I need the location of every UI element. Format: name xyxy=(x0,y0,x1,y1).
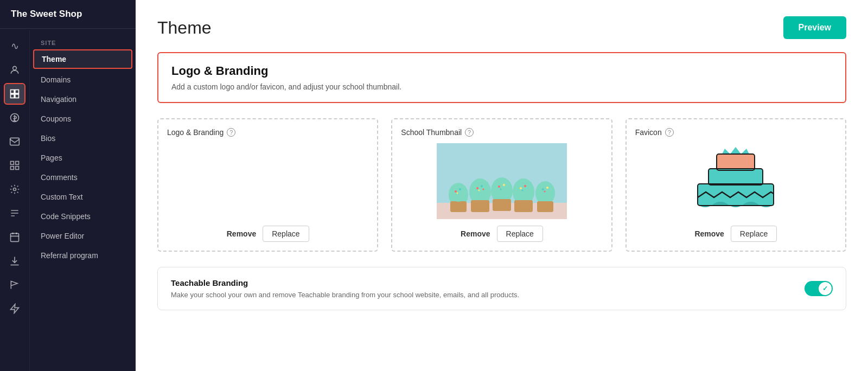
sidebar-item-domains[interactable]: Domains xyxy=(30,70,136,89)
svg-point-36 xyxy=(513,182,534,200)
svg-point-43 xyxy=(542,188,544,190)
thumbnail-upload-area: School Thumbnail ? xyxy=(391,118,612,252)
branding-info: Teachable Branding Make your school your… xyxy=(171,278,519,299)
theme-icon[interactable] xyxy=(4,83,25,105)
branding-toggle[interactable]: ✓ xyxy=(805,281,833,296)
logo-replace-button[interactable]: Replace xyxy=(263,226,309,242)
svg-rect-29 xyxy=(493,199,511,211)
site-section-label: SITE xyxy=(30,33,136,48)
svg-point-33 xyxy=(500,189,501,190)
cake-svg xyxy=(681,146,790,216)
favicon-remove-button[interactable]: Remove xyxy=(694,229,724,238)
thumbnail-replace-button[interactable]: Replace xyxy=(497,226,543,242)
page-title: Theme xyxy=(157,18,212,38)
favicon-label: Favicon ? xyxy=(635,128,674,137)
calendar-icon[interactable] xyxy=(4,226,25,248)
thumbnail-actions: Remove Replace xyxy=(461,226,543,242)
svg-rect-46 xyxy=(717,154,755,170)
lightning-icon[interactable] xyxy=(4,298,25,319)
logo-remove-button[interactable]: Remove xyxy=(227,229,256,238)
svg-rect-1 xyxy=(11,90,15,94)
svg-point-19 xyxy=(459,188,461,190)
svg-rect-12 xyxy=(11,233,19,241)
svg-point-45 xyxy=(544,191,545,193)
sidebar-item-referral[interactable]: Referral program xyxy=(30,246,136,265)
page-header: Theme Preview xyxy=(157,16,846,39)
svg-point-26 xyxy=(478,190,480,191)
svg-point-37 xyxy=(520,187,522,189)
sidebar-item-coupons[interactable]: Coupons xyxy=(30,109,136,129)
favicon-help-icon[interactable]: ? xyxy=(665,128,674,137)
logo-actions: Remove Replace xyxy=(227,226,309,242)
users-icon[interactable] xyxy=(4,59,25,81)
content-icon[interactable] xyxy=(4,202,25,224)
svg-rect-4 xyxy=(15,94,19,98)
favicon-image xyxy=(635,143,837,219)
sidebar-item-bios[interactable]: Bios xyxy=(30,129,136,148)
svg-point-23 xyxy=(470,182,490,200)
favicon-actions: Remove Replace xyxy=(694,226,777,242)
settings-icon[interactable] xyxy=(4,178,25,200)
cupcake-image xyxy=(437,143,567,219)
sidebar-item-navigation[interactable]: Navigation xyxy=(30,89,136,109)
svg-point-20 xyxy=(456,193,458,194)
thumbnail-remove-button[interactable]: Remove xyxy=(461,229,490,238)
svg-rect-16 xyxy=(450,201,467,212)
logo-branding-title: Logo & Branding xyxy=(171,64,832,78)
sidebar-item-code-snippets[interactable]: Code Snippets xyxy=(30,207,136,226)
svg-point-27 xyxy=(482,189,484,190)
teachable-branding-card: Teachable Branding Make your school your… xyxy=(157,267,846,310)
svg-rect-7 xyxy=(11,162,14,165)
thumbnail-image xyxy=(401,143,602,219)
app-title: The Sweet Shop xyxy=(0,0,136,29)
preview-button[interactable]: Preview xyxy=(783,16,846,39)
logo-label: Logo & Branding ? xyxy=(167,128,235,137)
logo-upload-area: Logo & Branding ? Remove Replace xyxy=(157,118,378,252)
sidebar-item-comments[interactable]: Comments xyxy=(30,168,136,187)
svg-point-11 xyxy=(14,188,16,191)
svg-point-18 xyxy=(455,190,457,193)
toggle-knob: ✓ xyxy=(819,282,832,295)
svg-point-0 xyxy=(13,66,17,70)
svg-point-25 xyxy=(481,185,483,187)
svg-point-30 xyxy=(492,181,512,199)
toggle-check-icon: ✓ xyxy=(822,285,828,292)
logo-branding-desc: Add a custom logo and/or favicon, and ad… xyxy=(171,82,832,91)
branding-title: Teachable Branding xyxy=(171,278,519,287)
favicon-replace-button[interactable]: Replace xyxy=(731,226,777,242)
sidebar-item-theme[interactable]: Theme xyxy=(33,49,132,69)
svg-rect-47 xyxy=(709,169,763,185)
thumbnail-help-icon[interactable]: ? xyxy=(465,128,474,137)
logo-help-icon[interactable]: ? xyxy=(227,128,235,137)
favicon-upload-area: Favicon ? xyxy=(626,118,846,252)
svg-point-38 xyxy=(524,185,526,187)
svg-rect-8 xyxy=(16,162,19,165)
svg-point-31 xyxy=(498,186,500,188)
main-content: Theme Preview Logo & Branding Add a cust… xyxy=(136,0,868,371)
svg-point-39 xyxy=(521,190,523,191)
logo-branding-card: Logo & Branding Add a custom logo and/or… xyxy=(157,52,846,103)
analytics-icon[interactable]: ∿ xyxy=(4,35,25,57)
svg-rect-22 xyxy=(471,200,489,212)
apps-icon[interactable] xyxy=(4,155,25,176)
svg-rect-41 xyxy=(537,201,553,212)
svg-point-24 xyxy=(476,187,478,189)
sidebar-item-power-editor[interactable]: Power Editor xyxy=(30,226,136,246)
svg-rect-2 xyxy=(15,90,19,94)
upload-areas-row: Logo & Branding ? Remove Replace School … xyxy=(157,118,846,252)
svg-rect-3 xyxy=(11,94,15,98)
flag-icon[interactable] xyxy=(4,274,25,296)
sidebar-item-custom-text[interactable]: Custom Text xyxy=(30,187,136,207)
sidebar-item-pages[interactable]: Pages xyxy=(30,148,136,168)
svg-point-44 xyxy=(546,187,548,189)
branding-desc: Make your school your own and remove Tea… xyxy=(171,291,519,299)
svg-point-32 xyxy=(503,184,505,186)
svg-rect-9 xyxy=(11,167,14,170)
download-icon[interactable] xyxy=(4,250,25,272)
mail-icon[interactable] xyxy=(4,131,25,152)
svg-rect-35 xyxy=(514,200,533,212)
dollar-icon[interactable] xyxy=(4,107,25,129)
svg-rect-10 xyxy=(16,167,19,170)
svg-point-17 xyxy=(449,186,468,202)
thumbnail-label: School Thumbnail ? xyxy=(401,128,474,137)
